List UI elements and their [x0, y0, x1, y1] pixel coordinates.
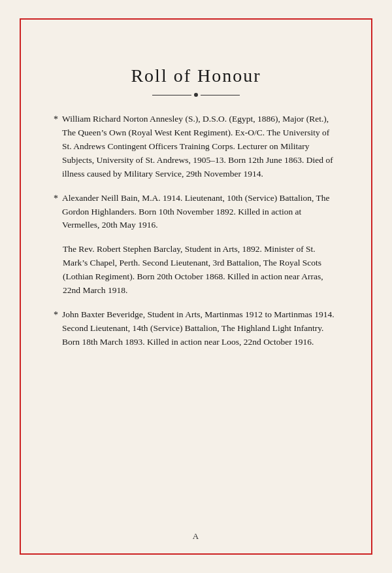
page-letter: A — [21, 531, 371, 542]
page-title: Roll of Honour — [131, 65, 261, 86]
entry-barclay: The Rev. Robert Stephen Barclay, Student… — [54, 243, 338, 298]
entry-text-annesley: William Richard Norton Annesley (S.), D.… — [62, 114, 333, 179]
entry-bain: * Alexander Neill Bain, M.A. 1914. Lieut… — [54, 192, 338, 233]
entry-star: * — [54, 113, 58, 127]
entry-star-bain: * — [54, 192, 58, 206]
entry-body-beveridge: John Baxter Beveridge, Student in Arts, … — [62, 308, 338, 349]
entry-text-bain: Alexander Neill Bain, M.A. 1914. Lieuten… — [62, 193, 330, 230]
entry-body-bain: Alexander Neill Bain, M.A. 1914. Lieuten… — [62, 192, 338, 233]
entry-beveridge: * John Baxter Beveridge, Student in Arts… — [54, 308, 338, 349]
entry-text-barclay: The Rev. Robert Stephen Barclay, Student… — [63, 244, 323, 295]
entry-annesley: * William Richard Norton Annesley (S.), … — [54, 113, 338, 181]
page: Roll of Honour * William Richard Norton … — [20, 18, 372, 555]
ornament-dot — [194, 93, 198, 97]
title-ornament — [54, 93, 338, 97]
entry-star-beveridge: * — [54, 308, 58, 322]
entry-text-beveridge: John Baxter Beveridge, Student in Arts, … — [62, 309, 335, 347]
entry-body-annesley: William Richard Norton Annesley (S.), D.… — [62, 113, 338, 181]
entries-container: * William Richard Norton Annesley (S.), … — [54, 113, 338, 360]
